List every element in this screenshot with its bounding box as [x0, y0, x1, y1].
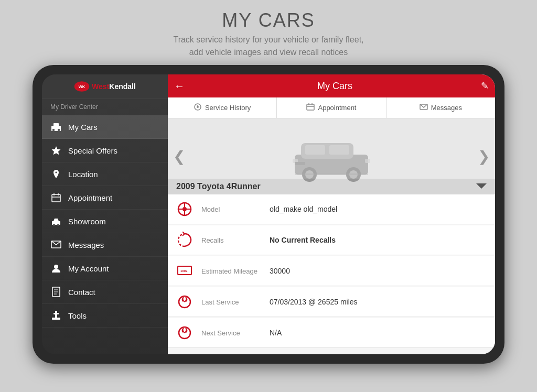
detail-model-icon [175, 200, 194, 219]
svg-rect-3 [53, 123, 59, 127]
sidebar-nav: My CarsSpecial OffersLocationAppointment… [42, 115, 168, 354]
tab-messages-icon [420, 103, 428, 113]
tools-icon [50, 310, 62, 321]
detail-mileage-value: 30000 [270, 267, 290, 275]
tab-service-history-icon [194, 103, 202, 113]
detail-recalls-label: Recalls [201, 236, 270, 244]
page-title: MY CARS [0, 9, 537, 31]
detail-mileage-icon: 100+ [175, 262, 194, 280]
svg-point-43 [182, 207, 187, 211]
detail-recalls-value: No Current Recalls [270, 236, 336, 244]
svg-text:WK: WK [79, 84, 85, 89]
page-header: MY CARS Track service history for your v… [0, 0, 537, 65]
detail-model-label: Model [201, 205, 270, 213]
contact-label: Contact [68, 288, 95, 297]
svg-rect-22 [53, 313, 59, 314]
svg-rect-33 [329, 145, 349, 155]
sidebar-item-contact[interactable]: Contact [42, 280, 168, 304]
detail-last-service-icon [175, 292, 194, 311]
tab-appointment[interactable]: Appointment [277, 97, 386, 118]
tab-service-history[interactable]: Service History [168, 97, 277, 118]
car-image [289, 129, 373, 184]
car-name-banner: 2009 Toyota 4Runner [168, 179, 495, 194]
detail-mileage-label: Estimated Mileage [201, 267, 270, 275]
car-name: 2009 Toyota 4Runner [176, 182, 261, 191]
sidebar-item-my-account[interactable]: My Account [42, 257, 168, 280]
detail-last-service-label: Last Service [201, 298, 270, 306]
appointment-icon [50, 192, 62, 203]
top-bar: ← My Cars ✎ [168, 74, 495, 97]
svg-rect-21 [52, 318, 60, 320]
car-prev-button[interactable]: ❮ [168, 148, 190, 165]
sidebar-item-location[interactable]: Location [42, 162, 168, 186]
showroom-label: Showroom [68, 217, 106, 226]
back-button[interactable]: ← [174, 80, 185, 92]
car-section: ❮ [168, 118, 495, 194]
sidebar-item-showroom[interactable]: Showroom [42, 210, 168, 233]
my-cars-label: My Cars [68, 123, 98, 132]
contact-icon [50, 286, 62, 298]
svg-rect-5 [58, 129, 60, 131]
detail-row-model: Modelold_make old_model [168, 194, 495, 224]
car-image-area [190, 129, 472, 184]
logo-icon: WK [74, 81, 90, 92]
tab-appointment-label: Appointment [318, 104, 356, 112]
svg-rect-7 [52, 194, 60, 202]
detail-row-last-service: Last Service07/03/2013 @ 26525 miles [168, 287, 495, 317]
my-account-label: My Account [68, 264, 109, 273]
sidebar-item-tools[interactable]: Tools [42, 304, 168, 328]
tab-appointment-icon [306, 103, 315, 113]
device-inner: WK WestKendall My Driver Center My CarsS… [42, 74, 495, 354]
svg-rect-25 [307, 104, 314, 110]
sidebar-item-special-offers[interactable]: Special Offers [42, 139, 168, 162]
svg-rect-32 [305, 145, 325, 155]
svg-rect-4 [52, 129, 55, 131]
showroom-icon [50, 215, 62, 227]
detail-next-service-label: Next Service [201, 329, 270, 337]
topbar-title: My Cars [189, 81, 481, 92]
svg-point-15 [54, 265, 58, 269]
svg-point-13 [57, 224, 59, 226]
car-name-arrow [476, 183, 487, 189]
car-next-button[interactable]: ❯ [472, 148, 495, 165]
sidebar-item-my-cars[interactable]: My Cars [42, 115, 168, 139]
detail-next-service-icon [175, 323, 194, 342]
tools-label: Tools [68, 311, 87, 320]
logo-label: WestKendall [92, 82, 136, 91]
svg-rect-39 [365, 159, 370, 163]
driver-center-label: My Driver Center [42, 99, 168, 115]
svg-rect-41 [295, 173, 368, 175]
svg-rect-40 [295, 162, 305, 165]
svg-marker-6 [52, 146, 61, 155]
detail-last-service-value: 07/03/2013 @ 26525 miles [270, 298, 358, 306]
my-cars-icon [50, 121, 62, 133]
svg-point-12 [53, 224, 55, 226]
location-icon [50, 168, 62, 180]
detail-recalls-icon [175, 231, 194, 249]
detail-row-next-service: Next ServiceN/A [168, 318, 495, 348]
my-account-icon [50, 263, 62, 274]
tab-service-history-label: Service History [205, 104, 251, 112]
sidebar-logo: WK WestKendall [42, 74, 168, 99]
edit-button[interactable]: ✎ [481, 80, 489, 92]
main-content: ← My Cars ✎ Service HistoryAppointmentMe… [168, 74, 495, 354]
detail-row-recalls: RecallsNo Current Recalls [168, 225, 495, 255]
messages-icon [50, 239, 62, 251]
sidebar: WK WestKendall My Driver Center My CarsS… [42, 74, 168, 354]
tab-messages[interactable]: Messages [386, 97, 495, 118]
page-subtitle: Track service history for your vehicle o… [0, 34, 537, 59]
device: WK WestKendall My Driver Center My CarsS… [33, 65, 504, 364]
location-label: Location [68, 170, 98, 179]
details-list: Modelold_make old_modelRecallsNo Current… [168, 194, 495, 354]
detail-row-mileage: 100+Estimated Mileage30000 [168, 256, 495, 286]
sidebar-item-messages[interactable]: Messages [42, 233, 168, 257]
detail-next-service-value: N/A [270, 329, 282, 337]
tabs-bar: Service HistoryAppointmentMessages [168, 97, 495, 118]
messages-label: Messages [68, 241, 104, 249]
special-offers-icon [50, 145, 62, 156]
special-offers-label: Special Offers [68, 146, 117, 155]
appointment-label: Appointment [68, 193, 112, 202]
tab-messages-label: Messages [431, 104, 462, 112]
sidebar-item-appointment[interactable]: Appointment [42, 186, 168, 210]
detail-model-value: old_make old_model [270, 205, 337, 213]
